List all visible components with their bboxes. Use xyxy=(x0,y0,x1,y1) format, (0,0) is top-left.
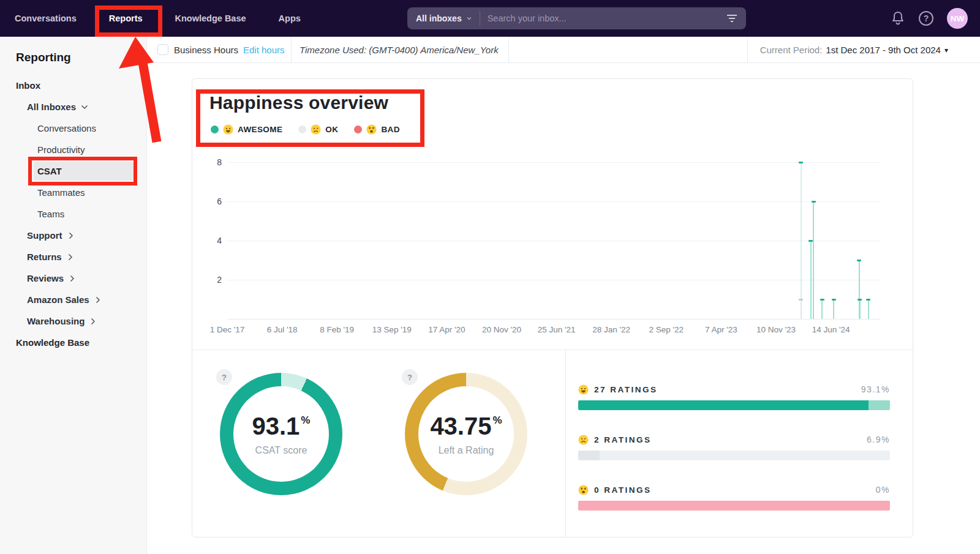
sidebar-item-csat[interactable]: CSAT xyxy=(0,160,147,182)
sidebar-item-amazon-sales[interactable]: Amazon Sales xyxy=(0,289,147,310)
sidebar-item-label: Teammates xyxy=(37,187,85,198)
nav-item-reports[interactable]: Reports xyxy=(109,13,143,23)
sidebar-item-support[interactable]: Support xyxy=(0,225,147,246)
sidebar-item-label: Returns xyxy=(27,252,62,262)
data-point-cap[interactable] xyxy=(858,299,862,301)
sidebar-item-label: Teams xyxy=(37,209,64,219)
csat-score-value: 93.1% xyxy=(252,413,311,440)
primary-nav-items: ConversationsReportsKnowledge BaseApps xyxy=(0,13,301,23)
chevron-right-icon xyxy=(69,275,76,282)
rating-bar-track xyxy=(578,501,890,511)
sidebar-item-label: Support xyxy=(27,230,62,241)
sidebar-item-label: Reviews xyxy=(27,273,64,283)
data-point-cap[interactable] xyxy=(799,162,803,163)
rating-percentage: 6.9% xyxy=(867,435,890,444)
sidebar-item-inbox[interactable]: Inbox xyxy=(0,75,147,96)
gridline xyxy=(227,162,880,163)
neutral-emoji xyxy=(578,435,589,445)
chevron-right-icon xyxy=(94,296,102,304)
card-horizontal-divider xyxy=(192,350,913,350)
gridline xyxy=(227,241,880,241)
notifications-bell-icon[interactable] xyxy=(891,10,905,26)
sidebar-item-label: Productivity xyxy=(37,144,85,155)
data-point-line[interactable] xyxy=(810,241,812,319)
rating-bar-fill xyxy=(578,400,869,410)
avatar[interactable]: NW xyxy=(947,8,968,29)
nav-item-apps[interactable]: Apps xyxy=(279,13,301,23)
toolbar-divider xyxy=(747,37,748,63)
rating-row-0-ratings: 0 RATINGS0% xyxy=(578,484,890,511)
y-axis-tick: 2 xyxy=(192,275,222,285)
current-period-dropdown[interactable]: Current Period: 1st Dec 2017 - 9th Oct 2… xyxy=(760,45,948,55)
chevron-down-icon xyxy=(466,15,472,21)
rating-count: 2 RATINGS xyxy=(578,435,652,445)
data-point-line[interactable] xyxy=(821,299,823,319)
csat-score-caption: CSAT score xyxy=(255,445,307,456)
gridline xyxy=(227,201,880,202)
sidebar-nav-list: InboxAll InboxesConversationsProductivit… xyxy=(0,75,147,353)
help-icon[interactable]: ? xyxy=(919,11,933,26)
sidebar-item-conversations[interactable]: Conversations xyxy=(0,118,147,139)
x-axis-tick: 13 Sep '19 xyxy=(372,325,412,334)
rating-percentage: 0% xyxy=(876,485,890,495)
sidebar-item-warehousing[interactable]: Warehousing xyxy=(0,310,147,332)
sidebar-item-reviews[interactable]: Reviews xyxy=(0,268,147,289)
sidebar-item-label: Conversations xyxy=(37,123,96,133)
data-point-line[interactable] xyxy=(801,299,802,319)
rating-row-27-ratings: 27 RATINGS93.1% xyxy=(578,383,890,410)
avatar-initials: NW xyxy=(951,14,965,23)
x-axis-tick: 28 Jan '22 xyxy=(592,325,630,334)
toolbar-divider xyxy=(291,37,292,63)
data-point-cap[interactable] xyxy=(857,260,861,261)
left-rating-help-icon[interactable]: ? xyxy=(402,369,418,385)
data-point-cap[interactable] xyxy=(832,299,836,301)
rating-row-2-ratings: 2 RATINGS6.9% xyxy=(578,433,890,460)
x-axis-tick: 2 Sep '22 xyxy=(649,325,684,334)
business-hours-checkbox[interactable] xyxy=(157,44,168,55)
rating-head: 27 RATINGS93.1% xyxy=(578,383,890,395)
sidebar-heading: Reporting xyxy=(16,51,71,64)
data-point-line[interactable] xyxy=(859,299,861,319)
left-rating-donut: 43.75% Left a Rating xyxy=(405,373,527,495)
data-point-line[interactable] xyxy=(868,299,869,319)
sidebar-item-label: Amazon Sales xyxy=(27,294,89,305)
sidebar-item-returns[interactable]: Returns xyxy=(0,246,147,268)
data-point-cap[interactable] xyxy=(799,299,803,301)
inbox-filter-dropdown[interactable]: All inboxes xyxy=(407,13,480,23)
percent-sign: % xyxy=(492,414,502,426)
rating-percentage: 93.1% xyxy=(861,384,890,394)
x-axis-tick: 8 Feb '19 xyxy=(320,325,354,334)
rating-bar-track xyxy=(578,400,890,410)
data-point-cap[interactable] xyxy=(812,201,816,203)
x-axis-tick: 20 Nov '20 xyxy=(482,325,521,334)
sidebar-item-all-inboxes[interactable]: All Inboxes xyxy=(0,96,147,118)
business-hours-label: Business Hours xyxy=(174,45,238,55)
data-point-cap[interactable] xyxy=(866,299,870,301)
nav-item-knowledge-base[interactable]: Knowledge Base xyxy=(175,13,246,23)
sidebar-item-teams[interactable]: Teams xyxy=(0,203,147,225)
percent-sign: % xyxy=(301,414,310,426)
x-axis-line xyxy=(227,319,880,320)
current-period-label: Current Period: xyxy=(760,45,823,55)
happiness-overview-card: Happiness overview AWESOMEOKBAD 86421 De… xyxy=(192,78,913,537)
search-input[interactable] xyxy=(480,13,726,23)
csat-help-icon[interactable]: ? xyxy=(216,369,232,385)
sidebar-item-label: Inbox xyxy=(16,80,40,91)
data-point-line[interactable] xyxy=(801,162,802,319)
sidebar-item-productivity[interactable]: Productivity xyxy=(0,139,147,160)
weary-emoji xyxy=(578,485,589,495)
nav-item-conversations[interactable]: Conversations xyxy=(15,13,77,23)
sidebar-item-knowledge-base[interactable]: Knowledge Base xyxy=(0,332,147,353)
data-point-cap[interactable] xyxy=(820,299,824,301)
data-point-line[interactable] xyxy=(833,299,834,319)
filter-icon[interactable] xyxy=(726,14,737,23)
search-bar: All inboxes xyxy=(407,7,746,29)
chevron-right-icon xyxy=(67,253,74,261)
grinning-emoji xyxy=(578,384,589,395)
sidebar-item-teammates[interactable]: Teammates xyxy=(0,182,147,203)
edit-hours-link[interactable]: Edit hours xyxy=(243,45,285,55)
rating-head: 2 RATINGS6.9% xyxy=(578,433,890,446)
rating-count: 0 RATINGS xyxy=(578,485,652,495)
data-point-line[interactable] xyxy=(813,201,814,319)
help-glyph: ? xyxy=(924,13,929,23)
